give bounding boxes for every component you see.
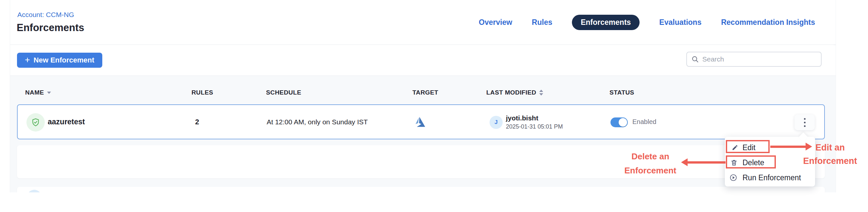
delete-annotation-line1: Delete an bbox=[616, 150, 684, 164]
kebab-menu-icon bbox=[804, 118, 806, 120]
column-header-status-label: STATUS bbox=[610, 89, 634, 96]
play-circle-icon bbox=[730, 174, 737, 182]
tab-enforcements[interactable]: Enforcements bbox=[572, 15, 640, 30]
menu-item-delete-label: Delete bbox=[743, 158, 764, 167]
edit-annotation-line1: Edit an bbox=[798, 141, 863, 154]
page-header: Account: CCM-NG Enforcements Overview Ru… bbox=[10, 0, 836, 45]
status-toggle[interactable] bbox=[611, 117, 628, 127]
nav-tabs: Overview Rules Enforcements Evaluations … bbox=[479, 0, 815, 45]
avatar: J bbox=[490, 116, 503, 129]
modified-by: jyoti.bisht bbox=[506, 114, 563, 122]
column-header-last-modified[interactable]: LAST MODIFIED bbox=[486, 89, 544, 96]
search-input[interactable] bbox=[702, 55, 816, 63]
last-modified-cell: jyoti.bisht 2025-01-31 05:01 PM bbox=[506, 114, 563, 130]
column-header-name[interactable]: NAME bbox=[25, 89, 51, 96]
account-breadcrumb-link[interactable]: Account: CCM-NG bbox=[17, 11, 74, 19]
table-row[interactable]: aazuretest 2 At 12:00 AM, only on Sunday… bbox=[17, 104, 825, 139]
delete-annotation-text: Delete an Enforcement bbox=[616, 150, 684, 178]
search-box[interactable] bbox=[686, 52, 822, 67]
column-header-rules[interactable]: RULES bbox=[191, 89, 213, 96]
column-header-rules-label: RULES bbox=[191, 89, 213, 96]
column-header-target-label: TARGET bbox=[412, 89, 438, 96]
shield-check-icon bbox=[27, 113, 45, 132]
column-header-status[interactable]: STATUS bbox=[610, 89, 634, 96]
pencil-icon bbox=[732, 144, 738, 151]
menu-item-run-label: Run Enforcement bbox=[743, 174, 801, 182]
enforcements-table: NAME RULES SCHEDULE TARGET LAST MODIFIED… bbox=[10, 76, 836, 212]
caret-down-icon bbox=[47, 91, 51, 94]
trash-icon bbox=[731, 159, 738, 166]
menu-item-edit-label: Edit bbox=[743, 143, 755, 152]
column-header-name-label: NAME bbox=[25, 89, 44, 96]
toolbar: + New Enforcement bbox=[10, 45, 836, 76]
tab-rules[interactable]: Rules bbox=[532, 18, 552, 27]
column-header-schedule[interactable]: SCHEDULE bbox=[266, 89, 301, 96]
column-header-last-modified-label: LAST MODIFIED bbox=[486, 89, 536, 96]
toggle-knob bbox=[619, 118, 627, 127]
status-label: Enabled bbox=[632, 105, 656, 139]
search-icon bbox=[691, 56, 699, 63]
delete-annotation-arrow bbox=[687, 161, 725, 164]
tab-evaluations[interactable]: Evaluations bbox=[659, 18, 701, 27]
tab-recommendation-insights[interactable]: Recommendation Insights bbox=[721, 18, 815, 27]
modified-at: 2025-01-31 05:01 PM bbox=[506, 123, 563, 130]
edit-annotation-text: Edit an Enforcement bbox=[798, 141, 863, 168]
enforcement-schedule: At 12:00 AM, only on Sunday IST bbox=[267, 105, 368, 139]
sort-arrows-icon bbox=[539, 89, 544, 96]
column-header-target[interactable]: TARGET bbox=[412, 89, 438, 96]
page-title: Enforcements bbox=[17, 22, 84, 34]
screenshot-bottom-fade bbox=[0, 192, 868, 212]
edit-annotation-line2: Enforcement bbox=[798, 154, 863, 168]
column-header-schedule-label: SCHEDULE bbox=[266, 89, 301, 96]
enforcement-name: aazuretest bbox=[48, 105, 85, 139]
new-enforcement-button[interactable]: + New Enforcement bbox=[17, 53, 102, 68]
plus-icon: + bbox=[25, 56, 30, 64]
row-actions-button[interactable] bbox=[795, 114, 815, 130]
new-enforcement-label: New Enforcement bbox=[34, 56, 94, 64]
menu-item-run-enforcement[interactable]: Run Enforcement bbox=[725, 172, 815, 184]
tab-overview[interactable]: Overview bbox=[479, 18, 512, 27]
azure-icon bbox=[413, 105, 426, 139]
delete-annotation-line2: Enforcement bbox=[616, 164, 684, 178]
enforcement-rules-count: 2 bbox=[195, 105, 199, 139]
